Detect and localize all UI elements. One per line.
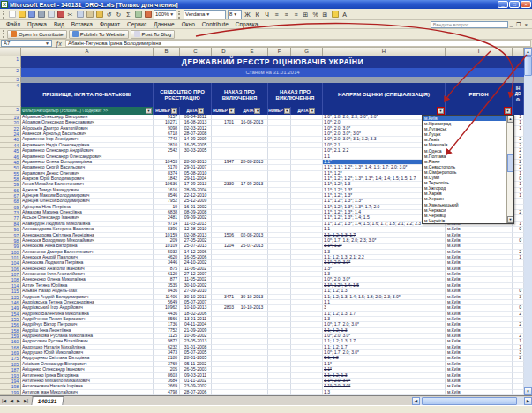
toolbar-grip[interactable] [3, 11, 5, 19]
open-folder-icon[interactable] [17, 10, 26, 19]
toolbar-grip[interactable] [3, 30, 5, 38]
menu-item-файл[interactable]: Файл [3, 21, 24, 27]
print-preview-icon[interactable] [46, 10, 56, 19]
menu-item-сервис[interactable]: Сервис [124, 21, 150, 27]
scroll-down-icon[interactable]: ▼ [507, 216, 513, 223]
align-right-icon[interactable]: ≡ [291, 10, 301, 19]
insert-function-icon[interactable]: ƒx [52, 41, 65, 47]
last-sheet-button[interactable]: ▶| [22, 396, 30, 405]
font-name-box[interactable]: Verdana▼ [184, 10, 226, 19]
row-header[interactable]: 3 [0, 77, 21, 83]
close-button[interactable]: × [521, 1, 531, 8]
scroll-left-icon[interactable]: ◀ [412, 397, 420, 405]
workbook-close-button[interactable]: × [522, 22, 529, 27]
toolbar-grip[interactable] [178, 11, 181, 19]
cell-direction[interactable]: 1.3 [323, 390, 446, 395]
paste-icon[interactable] [85, 10, 94, 19]
dropdown-scroll-thumb[interactable] [507, 154, 513, 172]
row-header[interactable]: 4 [0, 83, 21, 107]
formula-input[interactable]: Абакін-Тягунова Ірина Володимирівна [65, 40, 531, 47]
copy-icon[interactable] [75, 10, 85, 19]
column-header-A[interactable]: A [21, 48, 154, 56]
minimize-button[interactable]: _ [498, 1, 508, 8]
dropdown-scroll-track[interactable] [507, 123, 513, 216]
chart-wizard-icon[interactable] [143, 10, 153, 19]
autofilter-button-region[interactable]: ▼ [505, 108, 511, 114]
prev-sheet-button[interactable]: ◀ [8, 396, 15, 405]
workbook-restore-button[interactable]: ❐ [514, 21, 522, 27]
italic-icon[interactable]: К [252, 10, 262, 19]
next-sheet-button[interactable]: ▶ [15, 396, 22, 405]
column-header-F[interactable]: F [268, 48, 291, 56]
name-box[interactable]: A7▼ [1, 40, 52, 47]
menu-item-окно[interactable]: Окно [178, 21, 199, 27]
column-header-E[interactable]: E [236, 48, 268, 56]
menu-item-вставка[interactable]: Вставка [68, 21, 96, 27]
menu-item-правка[interactable]: Правка [24, 21, 50, 27]
underline-icon[interactable]: Ч [262, 10, 272, 19]
cell-excl-number[interactable] [268, 390, 291, 395]
autofilter-button-name[interactable]: ▼ [146, 108, 152, 114]
column-header-C[interactable]: C [180, 48, 212, 56]
cell-incl-date[interactable] [236, 390, 268, 395]
cell-incl-number[interactable] [212, 390, 236, 395]
fill-color-icon[interactable] [330, 10, 340, 19]
menu-item-формат[interactable]: Формат [96, 21, 124, 27]
autofilter-button[interactable]: ▼ [309, 108, 315, 114]
format-painter-icon[interactable] [94, 10, 104, 19]
new-document-icon[interactable] [7, 10, 17, 19]
column-header-B[interactable]: B [154, 48, 180, 56]
row-header[interactable]: 1 [0, 56, 21, 68]
row-header[interactable]: 199 [0, 390, 21, 395]
button-post-to-blog[interactable]: Post To Blog [131, 30, 176, 39]
autofilter-button[interactable]: ▼ [254, 108, 260, 114]
menu-item-вид[interactable]: Вид [50, 21, 68, 27]
column-header-I[interactable]: I [446, 48, 513, 56]
font-color-icon[interactable]: А [340, 10, 349, 19]
align-center-icon[interactable]: ≡ [281, 10, 291, 19]
autofilter-button[interactable]: ▼ [198, 108, 204, 114]
sheet-tab-140131[interactable]: 140131 [31, 396, 64, 405]
cell-excl-date[interactable] [291, 390, 323, 395]
autofilter-button[interactable]: ▼ [284, 108, 290, 114]
percent-style-icon[interactable]: % [311, 10, 320, 19]
maximize-button[interactable]: □ [509, 1, 520, 8]
vertical-scrollbar[interactable]: ▲ ▼ [524, 48, 532, 395]
cell-extra[interactable] [513, 390, 524, 395]
column-header-partial[interactable] [513, 48, 524, 56]
cell-region[interactable]: м.Київ [446, 390, 513, 395]
autosum-icon[interactable]: Σ [124, 10, 133, 19]
cell-cert-date[interactable]: 28-07-2006 [180, 390, 212, 395]
scroll-down-icon[interactable]: ▼ [524, 387, 532, 395]
bold-icon[interactable]: Ж [243, 10, 252, 19]
font-size-box[interactable]: 8▼ [228, 10, 242, 19]
horizontal-scrollbar-thumb[interactable] [422, 397, 517, 405]
dropdown-item-м.Чернігів[interactable]: м.Чернігів [423, 218, 506, 223]
row-header[interactable]: 2 [0, 68, 21, 77]
zoom-box[interactable]: 100%▼ [154, 10, 176, 19]
scroll-up-icon[interactable]: ▲ [524, 48, 532, 56]
row-header[interactable]: 5 [0, 107, 21, 115]
cut-icon[interactable]: ✂ [65, 10, 75, 19]
autofilter-button[interactable]: ▼ [171, 108, 177, 114]
borders-icon[interactable]: ⊞ [320, 10, 330, 19]
align-left-icon[interactable]: ≡ [272, 10, 281, 19]
select-all-corner[interactable] [0, 48, 21, 56]
cell-cert-number[interactable]: 4798 [154, 390, 180, 395]
button-open-in-contribute[interactable]: Open In Contribute [7, 30, 67, 39]
horizontal-scrollbar[interactable]: ◀ ▶ [412, 396, 532, 406]
dropdown-scrollbar[interactable]: ▲ ▼ [506, 116, 513, 223]
spelling-icon[interactable] [56, 10, 65, 19]
menu-item-справка[interactable]: Справка [232, 21, 262, 27]
horizontal-scroll-track[interactable] [420, 397, 524, 405]
column-header-D[interactable]: D [212, 48, 236, 56]
first-sheet-button[interactable]: |◀ [0, 396, 8, 405]
column-header-G[interactable]: G [291, 48, 323, 56]
save-icon[interactable] [26, 10, 36, 19]
column-header-H[interactable]: H [323, 48, 446, 56]
redo-icon[interactable]: ↻ [114, 10, 124, 19]
scroll-up-icon[interactable]: ▲ [507, 116, 513, 123]
menu-item-contribute[interactable]: Contribute [199, 21, 232, 27]
autofilter-button[interactable]: ▼ [229, 108, 235, 114]
cell-name[interactable]: Антипов Іван Миколайович [21, 390, 154, 395]
